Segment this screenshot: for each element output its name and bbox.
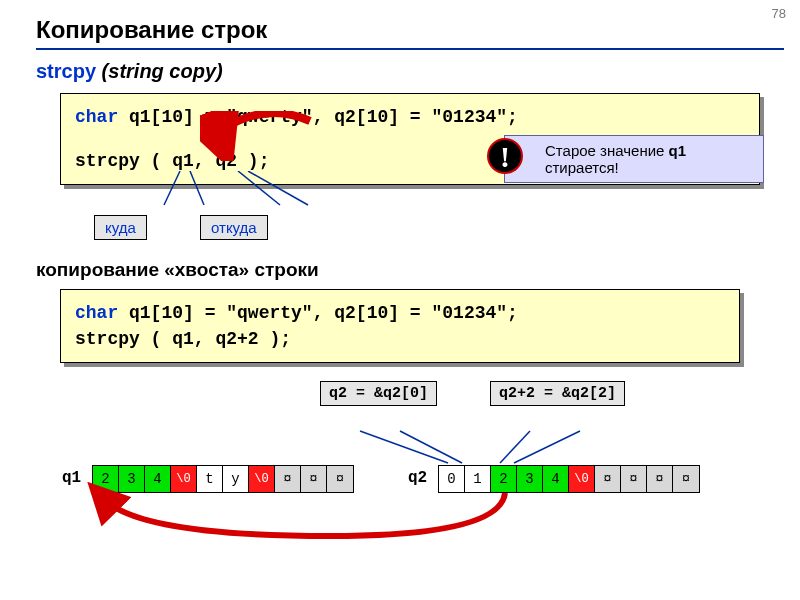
svg-line-4 bbox=[360, 431, 448, 463]
mem-cell: ¤ bbox=[673, 466, 699, 492]
label-kuda: куда bbox=[94, 215, 147, 240]
mem-cell: \0 bbox=[171, 466, 197, 492]
expr-row: q2 = &q2[0] q2+2 = &q2[2] bbox=[0, 363, 800, 413]
warn-text-b: q1 bbox=[669, 142, 687, 159]
code1-line1: char q1[10] = "qwerty", q2[10] = "01234"… bbox=[75, 104, 745, 130]
mem-cell: 3 bbox=[119, 466, 145, 492]
mem-cell: 4 bbox=[543, 466, 569, 492]
code2-line2: strcpy ( q1, q2+2 ); bbox=[75, 326, 725, 352]
code2-line1: char q1[10] = "qwerty", q2[10] = "01234"… bbox=[75, 300, 725, 326]
q2-memory: 01234\0¤¤¤¤ bbox=[438, 465, 700, 493]
code1-rest: q1[10] = "qwerty", q2[10] = "01234"; bbox=[118, 107, 518, 127]
mem-cell: 0 bbox=[439, 466, 465, 492]
title-divider bbox=[36, 48, 784, 50]
mem-cell: 4 bbox=[145, 466, 171, 492]
code2-kw: char bbox=[75, 303, 118, 323]
subtitle-fn: strcpy bbox=[36, 60, 96, 82]
mem-cell: 3 bbox=[517, 466, 543, 492]
mem-cell: ¤ bbox=[275, 466, 301, 492]
q1-label: q1 bbox=[62, 469, 81, 487]
mem-cell: ¤ bbox=[647, 466, 673, 492]
subtitle: strcpy (string copy) bbox=[36, 60, 800, 83]
expr-q2: q2 = &q2[0] bbox=[320, 381, 437, 406]
expr-pointer-lines bbox=[0, 411, 800, 471]
code-box-2-wrap: char q1[10] = "qwerty", q2[10] = "01234"… bbox=[60, 289, 740, 363]
mem-cell: y bbox=[223, 466, 249, 492]
code-box-1-wrap: char q1[10] = "qwerty", q2[10] = "01234"… bbox=[60, 93, 760, 185]
mem-cell: 2 bbox=[93, 466, 119, 492]
code-box-2: char q1[10] = "qwerty", q2[10] = "01234"… bbox=[60, 289, 740, 363]
page-number: 78 bbox=[772, 6, 786, 21]
mem-cell: ¤ bbox=[301, 466, 327, 492]
q1-memory: 234\0ty\0¤¤¤ bbox=[92, 465, 354, 493]
mem-cell: t bbox=[197, 466, 223, 492]
subtitle-desc: (string copy) bbox=[102, 60, 223, 82]
mem-cell: ¤ bbox=[327, 466, 353, 492]
svg-line-7 bbox=[514, 431, 580, 463]
q2-label: q2 bbox=[408, 469, 427, 487]
label-otkuda: откуда bbox=[200, 215, 268, 240]
mem-cell: 1 bbox=[465, 466, 491, 492]
expr-q2plus2: q2+2 = &q2[2] bbox=[490, 381, 625, 406]
svg-line-6 bbox=[500, 431, 530, 463]
warn-text-a: Старое значение bbox=[545, 142, 669, 159]
warn-text-c: стирается! bbox=[545, 159, 619, 176]
page-title: Копирование строк bbox=[36, 16, 800, 44]
svg-line-5 bbox=[400, 431, 462, 463]
pointer-labels-row: куда откуда bbox=[60, 215, 800, 243]
mem-cell: ¤ bbox=[595, 466, 621, 492]
exclamation-icon: ! bbox=[487, 138, 523, 174]
subheading-tail-copy: копирование «хвоста» строки bbox=[36, 259, 800, 281]
warning-box: ! Старое значение q1 стирается! bbox=[504, 135, 764, 183]
mem-cell: 2 bbox=[491, 466, 517, 492]
mem-cell: ¤ bbox=[621, 466, 647, 492]
code1-kw: char bbox=[75, 107, 118, 127]
mem-cell: \0 bbox=[249, 466, 275, 492]
memory-section: q1 234\0ty\0¤¤¤ q2 01234\0¤¤¤¤ bbox=[0, 441, 800, 561]
mem-cell: \0 bbox=[569, 466, 595, 492]
code2-rest: q1[10] = "qwerty", q2[10] = "01234"; bbox=[118, 303, 518, 323]
